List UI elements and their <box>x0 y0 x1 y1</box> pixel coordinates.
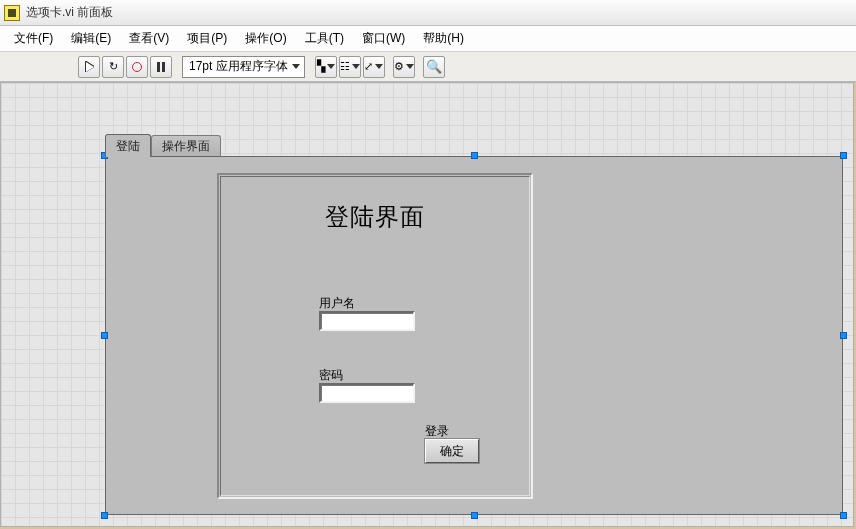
pause-icon <box>157 62 165 72</box>
ok-button-label: 确定 <box>440 443 464 460</box>
ok-button[interactable]: 确定 <box>425 439 479 463</box>
run-button[interactable] <box>78 56 100 78</box>
align-icon: ▚ <box>317 60 325 73</box>
menu-bar: 文件(F) 编辑(E) 查看(V) 项目(P) 操作(O) 工具(T) 窗口(W… <box>0 26 856 52</box>
selection-handle[interactable] <box>471 152 478 159</box>
menu-project[interactable]: 项目(P) <box>179 27 235 50</box>
selection-handle[interactable] <box>471 512 478 519</box>
pause-button[interactable] <box>150 56 172 78</box>
menu-operate[interactable]: 操作(O) <box>237 27 294 50</box>
toolbar: ↻ 17pt 应用程序字体 ▚ ☷ ⤢ ⚙ 🔍 <box>0 52 856 82</box>
distribute-icon: ☷ <box>340 60 350 73</box>
password-input[interactable] <box>319 383 415 403</box>
chevron-down-icon <box>352 64 360 69</box>
app-icon <box>4 5 20 21</box>
gear-icon: ⚙ <box>394 60 404 73</box>
menu-window[interactable]: 窗口(W) <box>354 27 413 50</box>
search-button[interactable]: 🔍 <box>423 56 445 78</box>
login-caption: 登录 <box>425 423 449 440</box>
password-label: 密码 <box>319 367 343 384</box>
selection-handle[interactable] <box>840 332 847 339</box>
menu-file[interactable]: 文件(F) <box>6 27 61 50</box>
chevron-down-icon <box>327 64 335 69</box>
tab-login[interactable]: 登陆 <box>105 134 151 157</box>
cycle-icon: ↻ <box>109 60 118 73</box>
window-title: 选项卡.vi 前面板 <box>26 4 113 21</box>
menu-help[interactable]: 帮助(H) <box>415 27 472 50</box>
tab-control[interactable]: 登陆 操作界面 登陆界面 用户名 密码 登录 确定 <box>105 134 843 515</box>
reorder-button[interactable]: ⚙ <box>393 56 415 78</box>
selection-handle[interactable] <box>101 512 108 519</box>
resize-button[interactable]: ⤢ <box>363 56 385 78</box>
run-continuous-button[interactable]: ↻ <box>102 56 124 78</box>
selection-handle[interactable] <box>101 332 108 339</box>
front-panel-canvas[interactable]: 登陆 操作界面 登陆界面 用户名 密码 登录 确定 <box>0 82 854 527</box>
menu-view[interactable]: 查看(V) <box>121 27 177 50</box>
menu-edit[interactable]: 编辑(E) <box>63 27 119 50</box>
run-icon <box>86 62 94 72</box>
username-label: 用户名 <box>319 295 355 312</box>
abort-button[interactable] <box>126 56 148 78</box>
font-selector[interactable]: 17pt 应用程序字体 <box>182 56 305 78</box>
chevron-down-icon <box>406 64 414 69</box>
login-title: 登陆界面 <box>221 201 529 233</box>
chevron-down-icon <box>375 64 383 69</box>
selection-handle[interactable] <box>840 512 847 519</box>
font-label: 17pt 应用程序字体 <box>189 58 288 75</box>
selection-handle[interactable] <box>840 152 847 159</box>
resize-icon: ⤢ <box>364 60 373 73</box>
tab-page-login: 登陆界面 用户名 密码 登录 确定 <box>105 156 843 515</box>
menu-tools[interactable]: 工具(T) <box>297 27 352 50</box>
login-frame: 登陆界面 用户名 密码 登录 确定 <box>217 173 533 499</box>
search-icon: 🔍 <box>426 60 442 73</box>
chevron-down-icon <box>292 64 300 69</box>
username-input[interactable] <box>319 311 415 331</box>
align-button[interactable]: ▚ <box>315 56 337 78</box>
tab-operation[interactable]: 操作界面 <box>151 135 221 157</box>
window-titlebar: 选项卡.vi 前面板 <box>0 0 856 26</box>
distribute-button[interactable]: ☷ <box>339 56 361 78</box>
login-frame-inner: 登陆界面 用户名 密码 登录 确定 <box>220 176 530 496</box>
stop-icon <box>132 62 142 72</box>
